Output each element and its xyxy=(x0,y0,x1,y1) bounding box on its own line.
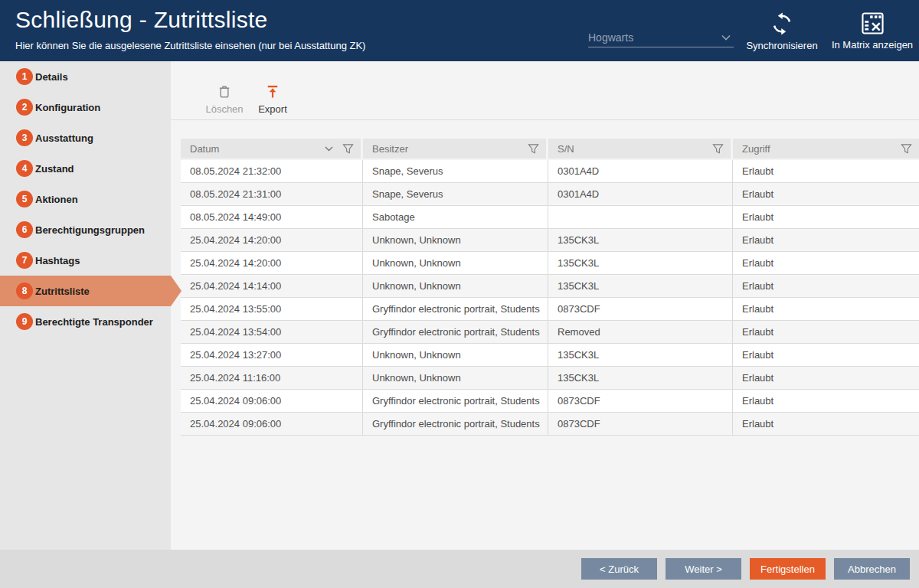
table-row[interactable]: 25.04.2024 11:16:00 Unknown, Unknown 135… xyxy=(181,367,919,390)
sidebar-item-konfiguration[interactable]: 2 Konfiguration xyxy=(0,92,171,122)
cell-zugriff: Erlaubt xyxy=(733,367,919,389)
cell-datum: 25.04.2024 09:06:00 xyxy=(181,413,363,435)
table-row[interactable]: 08.05.2024 21:32:00 Snape, Severus 0301A… xyxy=(181,160,919,183)
table-row[interactable]: 25.04.2024 13:27:00 Unknown, Unknown 135… xyxy=(181,344,919,367)
cell-sn: 135CK3L xyxy=(548,367,733,389)
filter-funnel-icon[interactable] xyxy=(901,143,912,155)
cell-zugriff: Erlaubt xyxy=(733,344,919,366)
lock-selector-value: Hogwarts xyxy=(588,31,633,44)
cell-zugriff: Erlaubt xyxy=(733,390,919,412)
cell-datum: 25.04.2024 11:16:00 xyxy=(181,367,363,389)
step-number-badge: 8 xyxy=(16,283,33,299)
cell-datum: 25.04.2024 13:55:00 xyxy=(181,298,363,320)
cell-zugriff: Erlaubt xyxy=(733,183,919,205)
filter-funnel-icon[interactable] xyxy=(528,143,539,155)
table-row[interactable]: 08.05.2024 14:49:00 Sabotage Erlaubt xyxy=(181,206,919,229)
cell-besitzer: Gryffindor electronic portrait, Students xyxy=(363,321,548,343)
sidebar-item-label: Zutrittsliste xyxy=(35,286,90,297)
cell-sn: 135CK3L xyxy=(548,252,733,274)
table-row[interactable]: 25.04.2024 13:54:00 Gryffindor electroni… xyxy=(181,321,919,344)
table-row[interactable]: 25.04.2024 09:06:00 Gryffindor electroni… xyxy=(181,390,919,413)
column-header-sn[interactable]: S/N xyxy=(548,139,731,158)
lock-selector-dropdown[interactable]: Hogwarts xyxy=(588,28,734,47)
finish-button[interactable]: Fertigstellen xyxy=(750,558,826,580)
cell-besitzer: Unknown, Unknown xyxy=(363,275,548,297)
cell-zugriff: Erlaubt xyxy=(733,229,919,251)
sidebar-item-label: Konfiguration xyxy=(35,102,100,113)
sort-chevron-down-icon[interactable] xyxy=(325,146,333,152)
cell-sn: 0301A4D xyxy=(548,160,733,182)
table-row[interactable]: 25.04.2024 14:14:00 Unknown, Unknown 135… xyxy=(181,275,919,298)
next-button[interactable]: Weiter > xyxy=(666,558,741,580)
cell-datum: 25.04.2024 14:14:00 xyxy=(181,275,363,297)
delete-button[interactable]: Löschen xyxy=(201,84,247,115)
column-header-besitzer[interactable]: Besitzer xyxy=(363,139,546,158)
filter-funnel-icon[interactable] xyxy=(342,143,354,155)
cell-zugriff: Erlaubt xyxy=(733,206,919,228)
synchronize-button[interactable]: Synchronisieren xyxy=(739,12,825,51)
cell-besitzer: Snape, Severus xyxy=(363,160,548,182)
show-in-matrix-label: In Matrix anzeigen xyxy=(832,39,913,51)
cell-besitzer: Snape, Severus xyxy=(363,183,548,205)
cell-sn: 0301A4D xyxy=(548,183,733,205)
step-number-badge: 9 xyxy=(16,313,33,330)
cell-sn: 0873CDF xyxy=(548,390,733,412)
step-number-badge: 5 xyxy=(16,191,33,207)
cell-sn: 135CK3L xyxy=(548,229,733,251)
cell-zugriff: Erlaubt xyxy=(733,321,919,343)
cell-sn: 0873CDF xyxy=(548,413,733,435)
sidebar-item-zutrittsliste[interactable]: 8 Zutrittsliste xyxy=(0,276,171,306)
column-label: Datum xyxy=(190,143,219,155)
cell-zugriff: Erlaubt xyxy=(733,413,919,435)
cancel-button[interactable]: Abbrechen xyxy=(834,558,910,580)
table-row[interactable]: 25.04.2024 13:55:00 Gryffindor electroni… xyxy=(181,298,919,321)
sidebar-item-label: Berechtigte Transponder xyxy=(35,316,153,328)
cell-besitzer: Unknown, Unknown xyxy=(363,252,548,274)
table-row[interactable]: 25.04.2024 14:20:00 Unknown, Unknown 135… xyxy=(181,252,919,275)
export-label: Export xyxy=(258,103,287,115)
cell-besitzer: Unknown, Unknown xyxy=(363,367,548,389)
cell-sn: 135CK3L xyxy=(548,275,733,297)
step-number-badge: 7 xyxy=(16,252,33,269)
cell-datum: 08.05.2024 21:31:00 xyxy=(181,183,363,205)
cell-datum: 25.04.2024 14:20:00 xyxy=(181,229,363,251)
sidebar-item-label: Ausstattung xyxy=(35,132,93,144)
sidebar-item-label: Zustand xyxy=(35,163,74,175)
back-button[interactable]: < Zurück xyxy=(581,558,657,580)
filter-funnel-icon[interactable] xyxy=(712,143,724,155)
column-label: Besitzer xyxy=(372,143,408,155)
sidebar-item-label: Hashtags xyxy=(35,255,80,266)
sync-refresh-icon xyxy=(770,12,793,35)
table-body: 08.05.2024 21:32:00 Snape, Severus 0301A… xyxy=(181,160,919,436)
sidebar-item-label: Aktionen xyxy=(35,194,78,205)
wizard-footer: < Zurück Weiter > Fertigstellen Abbreche… xyxy=(0,550,919,588)
step-number-badge: 3 xyxy=(16,129,33,146)
sidebar-item-berechtigte-transponder[interactable]: 9 Berechtigte Transponder xyxy=(0,306,171,337)
column-label: S/N xyxy=(558,143,574,155)
list-toolbar: Löschen Export xyxy=(171,61,919,120)
sidebar-item-label: Details xyxy=(35,71,68,83)
wizard-step-sidebar: 1 Details 2 Konfiguration 3 Ausstattung … xyxy=(0,61,171,550)
table-row[interactable]: 25.04.2024 14:20:00 Unknown, Unknown 135… xyxy=(181,229,919,252)
show-in-matrix-button[interactable]: In Matrix anzeigen xyxy=(827,12,917,51)
cell-besitzer: Unknown, Unknown xyxy=(363,229,548,251)
column-header-datum[interactable]: Datum xyxy=(181,139,361,158)
cell-zugriff: Erlaubt xyxy=(733,252,919,274)
table-row[interactable]: 25.04.2024 09:06:00 Gryffindor electroni… xyxy=(181,413,919,436)
export-button[interactable]: Export xyxy=(253,84,292,115)
table-row[interactable]: 08.05.2024 21:31:00 Snape, Severus 0301A… xyxy=(181,183,919,206)
sidebar-item-aktionen[interactable]: 5 Aktionen xyxy=(0,184,171,214)
cell-datum: 25.04.2024 09:06:00 xyxy=(181,390,363,412)
sidebar-item-berechtigungsgruppen[interactable]: 6 Berechtigungsgruppen xyxy=(0,214,171,245)
access-list-table: Datum Besitzer S/ xyxy=(181,139,919,436)
app-window: Schließung - Zutrittsliste Hier können S… xyxy=(0,0,919,588)
cell-sn: 0873CDF xyxy=(548,298,733,320)
sidebar-item-details[interactable]: 1 Details xyxy=(0,61,171,92)
sidebar-item-ausstattung[interactable]: 3 Ausstattung xyxy=(0,122,171,153)
column-header-zugriff[interactable]: Zugriff xyxy=(733,139,919,158)
sidebar-item-label: Berechtigungsgruppen xyxy=(35,224,145,236)
sidebar-item-zustand[interactable]: 4 Zustand xyxy=(0,153,171,184)
sidebar-item-hashtags[interactable]: 7 Hashtags xyxy=(0,245,171,276)
cell-sn xyxy=(548,206,733,228)
cell-besitzer: Gryffindor electronic portrait, Students xyxy=(363,390,548,412)
